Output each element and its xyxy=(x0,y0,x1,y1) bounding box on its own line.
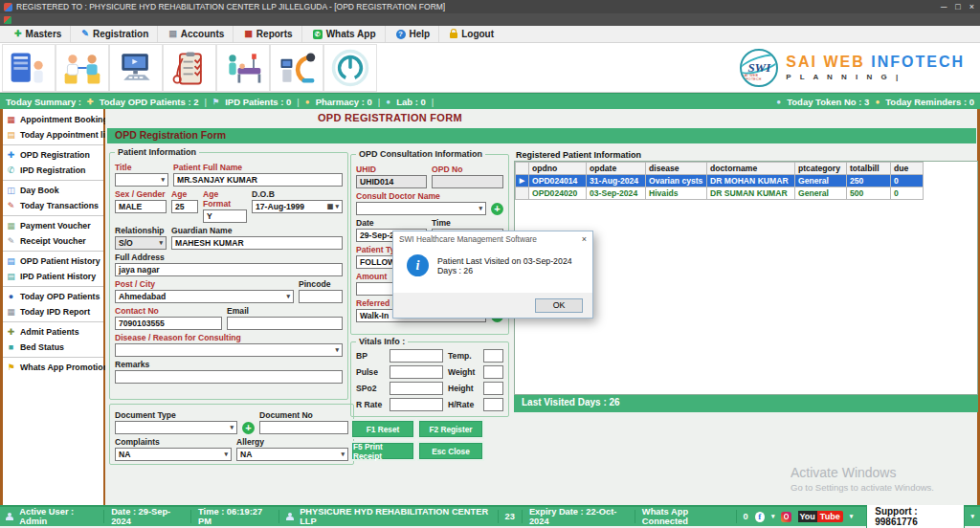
allergy-select[interactable]: NA▾ xyxy=(236,448,348,461)
summary-opd[interactable]: Today OPD Patients : 2 xyxy=(100,97,199,107)
table-title: Registered Patient Information xyxy=(516,150,641,160)
email-input[interactable] xyxy=(227,317,343,330)
add-doctor-button[interactable]: + xyxy=(491,203,503,215)
disease-select[interactable]: ▾ xyxy=(115,343,343,357)
table-row[interactable]: ▶ OPD024014 31-Aug-2024 Ovarian cysts DR… xyxy=(516,175,924,187)
ipd-history-icon: ▤ xyxy=(6,272,16,281)
pincode-input[interactable] xyxy=(299,290,343,303)
full-address-input[interactable]: jaya nagar xyxy=(115,263,343,276)
user-icon xyxy=(6,513,12,520)
menu-accounts[interactable]: ▤Accounts xyxy=(160,26,234,42)
document-no-input[interactable] xyxy=(259,421,348,434)
bp-input[interactable] xyxy=(390,349,443,363)
weight-input[interactable] xyxy=(483,365,503,379)
height-input[interactable] xyxy=(483,382,503,395)
sidebar-item-ipd-patient-history[interactable]: ▤IPD Patient History xyxy=(3,269,103,284)
calendar-icon: ▦ xyxy=(327,203,334,210)
sidebar-item-bed-status[interactable]: ■Bed Status xyxy=(3,340,103,355)
doctor-consultation-icon[interactable] xyxy=(56,44,109,92)
chevron-down-icon: ▾ xyxy=(335,346,339,354)
sidebar-item-today-transactions[interactable]: ✎Today Transactions xyxy=(3,198,103,213)
city-select[interactable]: Ahmedabad▾ xyxy=(115,290,294,303)
sidebar-item-ipd-registration[interactable]: ✆IPD Registration xyxy=(3,163,103,178)
sidebar-nav: ▦Appointment Booking ▤Today Appointment … xyxy=(3,109,105,505)
chevron-down-icon: ▾ xyxy=(161,176,165,184)
sidebar-item-payment-voucher[interactable]: ▦Payment Voucher xyxy=(3,218,103,233)
checklist-clipboard-icon[interactable] xyxy=(163,44,216,92)
sidebar-item-whatsapp-promotions[interactable]: ⚑Whats App Promotions xyxy=(3,360,103,375)
help-icon: ? xyxy=(396,30,406,39)
sidebar-item-appointment-booking[interactable]: ▦Appointment Booking xyxy=(3,112,103,127)
age-input[interactable]: 25 xyxy=(171,200,198,213)
sidebar-item-opd-patient-history[interactable]: ▤OPD Patient History xyxy=(3,253,103,269)
table-row[interactable]: OPD024020 03-Sep-2024 Hivaids DR SUMAN K… xyxy=(516,187,924,200)
contact-no-input[interactable]: 7090103555 xyxy=(115,317,222,330)
sidebar-item-today-opd-patients[interactable]: ●Today OPD Patients xyxy=(3,289,103,304)
uhid-field: UHID014 xyxy=(356,175,427,188)
status-clinic-name: PHYSICURE HYD REHABILITATION CENTER LLP xyxy=(300,507,491,526)
add-document-button[interactable]: + xyxy=(242,422,255,434)
sidebar-item-admit-patients[interactable]: ✚Admit Patients xyxy=(3,324,103,340)
menu-bar: ✚Masters ✎Registration ▤Accounts ▦Report… xyxy=(0,26,980,43)
menu-reports[interactable]: ▦Reports xyxy=(235,26,301,42)
support-number[interactable]: Support : 99861776 xyxy=(866,504,964,528)
remarks-input[interactable] xyxy=(115,370,343,384)
patient-bed-icon[interactable] xyxy=(216,44,270,92)
hrate-input[interactable] xyxy=(483,398,503,411)
youtube-icon[interactable]: YouTube xyxy=(798,511,843,522)
rrate-input[interactable] xyxy=(390,398,443,411)
close-button[interactable]: Esc Close xyxy=(419,443,482,459)
consult-doctor-select[interactable]: ▾ xyxy=(356,202,486,215)
dialog-title: SWI Healthcare Management Software xyxy=(399,234,537,244)
menu-help[interactable]: ?Help xyxy=(388,26,440,42)
sidebar-item-today-appointment-list[interactable]: ▤Today Appointment list xyxy=(3,127,103,143)
maximize-icon[interactable]: □ xyxy=(955,3,960,11)
sidebar-item-day-book[interactable]: ◫Day Book xyxy=(3,183,103,198)
title-select[interactable]: ▾ xyxy=(115,173,168,187)
minimize-icon[interactable]: ─ xyxy=(941,3,947,11)
summary-lab[interactable]: Lab : 0 xyxy=(396,97,426,107)
chevron-down-icon: ▾ xyxy=(230,424,234,431)
summary-reminders[interactable]: Today Reminders : 0 xyxy=(885,97,974,107)
summary-bar: Today Summary : ✚ Today OPD Patients : 2… xyxy=(0,93,980,109)
summary-ipd[interactable]: IPD Patients : 0 xyxy=(225,97,291,107)
spo2-input[interactable] xyxy=(390,382,443,395)
chevron-down-icon[interactable]: ▾ xyxy=(850,513,854,520)
chevron-down-icon[interactable]: ▾ xyxy=(771,513,775,520)
guardian-name-input[interactable]: MAHESH KUMAR xyxy=(171,236,343,250)
patient-fullname-input[interactable]: MR.SANJAY KUMAR xyxy=(173,173,343,187)
power-button-icon[interactable] xyxy=(323,44,377,92)
relationship-select[interactable]: S/O▾ xyxy=(115,236,167,250)
chevron-down-icon: ▾ xyxy=(159,239,163,247)
menu-whatsapp[interactable]: ✆Whats App xyxy=(304,26,386,42)
register-button[interactable]: F2 Register xyxy=(419,421,482,437)
menu-logout[interactable]: Logout xyxy=(441,26,502,42)
status-zero: 0 xyxy=(744,512,748,521)
complaints-select[interactable]: NA▾ xyxy=(115,448,232,461)
facebook-icon[interactable]: f xyxy=(755,512,765,522)
summary-token[interactable]: Today Token No : 3 xyxy=(787,97,869,107)
billing-computer-icon[interactable] xyxy=(109,44,163,92)
gender-input[interactable]: MALE xyxy=(115,200,167,213)
appointment-board-icon[interactable] xyxy=(2,44,56,92)
dob-datepicker[interactable]: 17-Aug-1999▦▾ xyxy=(252,200,343,213)
sidebar-item-receipt-voucher[interactable]: ✎Receipt Voucher xyxy=(3,233,103,249)
scanner-machine-icon[interactable] xyxy=(270,44,323,92)
chevron-down-icon: ▾ xyxy=(286,293,290,300)
chevron-down-icon[interactable]: ▾ xyxy=(971,513,975,520)
ok-button[interactable]: OK xyxy=(535,298,583,313)
print-receipt-button[interactable]: F5 Print Receipt xyxy=(352,443,413,459)
pulse-input[interactable] xyxy=(390,365,443,379)
menu-masters[interactable]: ✚Masters xyxy=(6,26,71,42)
document-type-select[interactable]: ▾ xyxy=(115,421,237,434)
menu-registration[interactable]: ✎Registration xyxy=(73,26,158,42)
dialog-close-icon[interactable]: × xyxy=(582,234,587,244)
summary-pharmacy[interactable]: Pharmacy : 0 xyxy=(316,97,372,107)
close-icon[interactable]: × xyxy=(969,3,974,11)
instagram-icon[interactable] xyxy=(781,512,791,522)
age-format-input[interactable]: Y xyxy=(203,209,247,223)
temp-input[interactable] xyxy=(483,349,503,363)
sidebar-item-opd-registration[interactable]: ✚OPD Registration xyxy=(3,147,103,163)
reset-button[interactable]: F1 Reset xyxy=(352,421,413,437)
sidebar-item-today-ipd-report[interactable]: ▦Today IPD Report xyxy=(3,304,103,319)
